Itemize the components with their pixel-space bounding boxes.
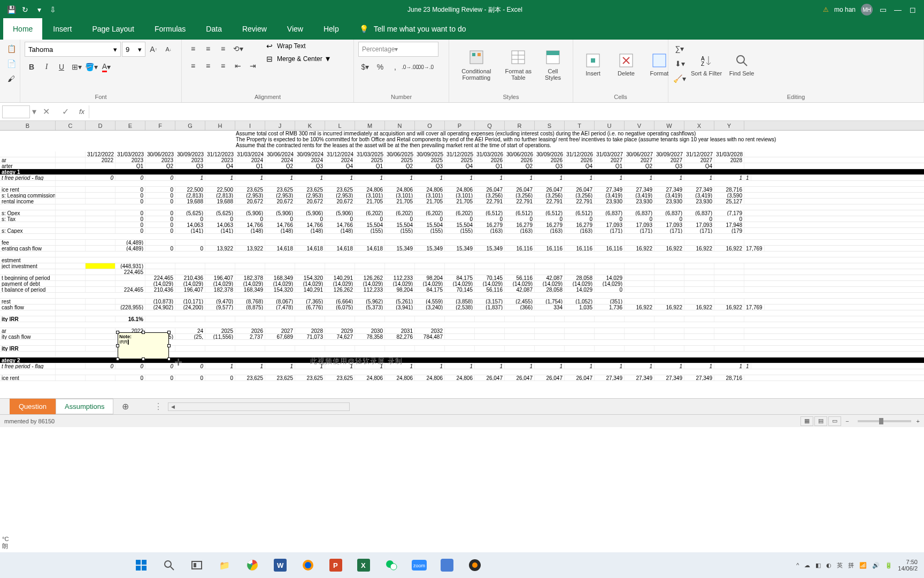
- column-header[interactable]: C: [56, 121, 86, 130]
- number-format-select[interactable]: Percentage▾: [358, 42, 438, 57]
- table-row[interactable]: payment of debt(14,029)(14,029)(14,029)(…: [0, 281, 924, 287]
- zoom-icon[interactable]: zoom: [409, 554, 430, 576]
- comment-popup[interactable]: Note: IRR|: [118, 332, 169, 359]
- column-header[interactable]: F: [145, 121, 175, 130]
- table-row[interactable]: ice rent000023,62523,62523,62523,62524,8…: [0, 375, 924, 381]
- tab-review[interactable]: Review: [233, 18, 276, 40]
- table-row[interactable]: ject investment(448,931): [0, 263, 924, 269]
- excel-icon[interactable]: X: [353, 554, 374, 576]
- sort-filter-button[interactable]: AZ Sort & Filter: [689, 42, 724, 88]
- paste-icon[interactable]: 📋: [4, 42, 18, 56]
- battery-icon[interactable]: 🔋: [885, 562, 892, 569]
- column-header[interactable]: O: [415, 121, 445, 130]
- format-painter-icon[interactable]: 🖌: [4, 72, 18, 86]
- table-row[interactable]: ice rent0022,50022,50023,62523,62523,625…: [0, 187, 924, 193]
- sheet-tab-assumptions[interactable]: Assumptions: [56, 399, 113, 414]
- table-row[interactable]: ategy 1: [0, 169, 924, 175]
- align-top-icon[interactable]: ≡: [186, 42, 200, 56]
- file-explorer-icon[interactable]: 📁: [214, 554, 235, 576]
- table-row[interactable]: estment: [0, 257, 924, 263]
- tab-help[interactable]: Help: [314, 18, 349, 40]
- zoom-slider[interactable]: [858, 420, 911, 422]
- recorder-icon[interactable]: [464, 554, 486, 576]
- align-left-icon[interactable]: ≡: [186, 59, 200, 73]
- tray-icon-1[interactable]: ◧: [815, 562, 821, 569]
- align-right-icon[interactable]: ≡: [216, 59, 230, 73]
- wifi-icon[interactable]: 📶: [859, 562, 867, 569]
- column-header[interactable]: N: [385, 121, 415, 130]
- fill-color-button[interactable]: 🪣▾: [84, 60, 98, 74]
- scroll-left-icon[interactable]: ◀: [168, 403, 177, 410]
- tab-view[interactable]: View: [278, 18, 313, 40]
- column-header[interactable]: X: [684, 121, 714, 130]
- italic-button[interactable]: I: [40, 60, 53, 74]
- table-row[interactable]: ity IRR16.1%: [0, 316, 924, 322]
- clock-time[interactable]: 7:50: [898, 559, 918, 565]
- column-header[interactable]: B: [0, 121, 56, 130]
- column-header[interactable]: M: [355, 121, 385, 130]
- column-header[interactable]: J: [265, 121, 295, 130]
- column-header[interactable]: E: [116, 121, 145, 130]
- table-row[interactable]: [0, 204, 924, 210]
- decrease-indent-icon[interactable]: ⇤: [231, 59, 245, 73]
- horizontal-scrollbar[interactable]: ◀: [168, 402, 350, 411]
- onedrive-icon[interactable]: ☁: [804, 562, 810, 569]
- align-middle-icon[interactable]: ≡: [201, 42, 215, 56]
- powerpoint-icon[interactable]: P: [325, 554, 346, 576]
- tell-me[interactable]: 💡 Tell me what you want to do: [350, 18, 476, 40]
- minimize-icon[interactable]: —: [893, 5, 903, 14]
- table-row[interactable]: erating cash flow(4,489)0013,92213,92214…: [0, 246, 924, 252]
- comma-format-icon[interactable]: ,: [388, 60, 402, 74]
- orientation-icon[interactable]: ⟲▾: [231, 42, 245, 56]
- column-header[interactable]: I: [235, 121, 265, 130]
- add-sheet-button[interactable]: ⊕: [118, 399, 133, 414]
- ribbon-display-icon[interactable]: ▭: [878, 5, 888, 14]
- column-headers[interactable]: BCDEFGHIJKLMNOPQRSTUVWXY: [0, 121, 924, 131]
- alert-icon[interactable]: ⚠: [823, 6, 829, 13]
- chrome-icon[interactable]: [242, 554, 263, 576]
- start-button[interactable]: [130, 554, 152, 576]
- table-row[interactable]: fee(4,489): [0, 240, 924, 246]
- tab-home[interactable]: Home: [3, 18, 42, 40]
- page-layout-view-icon[interactable]: ▤: [814, 416, 827, 426]
- cell-styles-button[interactable]: Cell Styles: [537, 42, 568, 88]
- fill-icon[interactable]: ⬇▾: [673, 57, 687, 71]
- autosum-icon[interactable]: ∑▾: [673, 42, 687, 56]
- column-header[interactable]: H: [205, 121, 235, 130]
- table-row[interactable]: 0014,06314,06314,76614,76614,76614,76615…: [0, 222, 924, 228]
- page-break-view-icon[interactable]: ▭: [828, 416, 841, 426]
- qa-dropdown-icon[interactable]: ▾: [34, 5, 44, 14]
- redo-icon[interactable]: ↻: [20, 5, 30, 14]
- tab-formulas[interactable]: Formulas: [145, 18, 195, 40]
- table-row[interactable]: [0, 234, 924, 240]
- font-color-button[interactable]: A▾: [99, 60, 113, 74]
- ime-mode[interactable]: 拼: [848, 561, 854, 569]
- spreadsheet-grid[interactable]: BCDEFGHIJKLMNOPQRSTUVWXY Assume total co…: [0, 121, 924, 398]
- column-header[interactable]: L: [325, 121, 355, 130]
- table-row[interactable]: 224,465: [0, 269, 924, 275]
- clear-icon[interactable]: 🧹▾: [673, 72, 687, 86]
- table-row[interactable]: rental income0019,68819,68820,67220,6722…: [0, 199, 924, 204]
- app-icon-1[interactable]: [436, 554, 458, 576]
- table-row[interactable]: t free period - flag00001111111111111111…: [0, 363, 924, 369]
- sheet-tab-question[interactable]: Question: [10, 399, 56, 414]
- tab-page-layout[interactable]: Page Layout: [82, 18, 144, 40]
- table-row[interactable]: t beginning of period224,465210,436196,4…: [0, 275, 924, 281]
- table-row[interactable]: [0, 369, 924, 375]
- column-header[interactable]: S: [535, 121, 565, 130]
- font-name-select[interactable]: Tahoma▾: [25, 42, 121, 57]
- table-row[interactable]: [0, 293, 924, 299]
- volume-icon[interactable]: 🔊: [872, 562, 880, 569]
- enter-formula-icon[interactable]: ✓: [56, 107, 75, 117]
- align-bottom-icon[interactable]: ≡: [216, 42, 230, 56]
- bold-button[interactable]: B: [25, 60, 38, 74]
- save-icon[interactable]: 💾: [6, 5, 16, 14]
- increase-decimal-icon[interactable]: .0→.00: [403, 60, 417, 74]
- column-header[interactable]: U: [595, 121, 625, 130]
- wrap-text-button[interactable]: ↩ Wrap Text: [266, 42, 330, 50]
- ime-lang[interactable]: 英: [837, 561, 843, 569]
- table-row[interactable]: s: Tax000000000000000000000: [0, 216, 924, 222]
- column-header[interactable]: T: [565, 121, 595, 130]
- tab-insert[interactable]: Insert: [43, 18, 81, 40]
- merge-center-button[interactable]: ⊟ Merge & Center ▾: [266, 54, 330, 64]
